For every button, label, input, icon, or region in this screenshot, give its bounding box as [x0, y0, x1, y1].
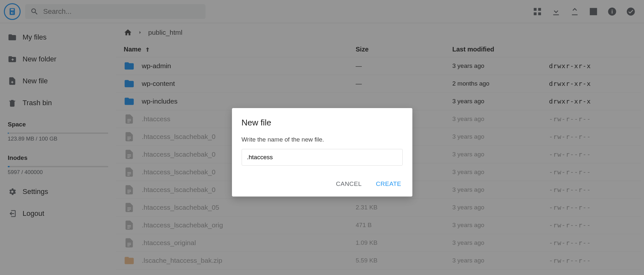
- create-button[interactable]: CREATE: [375, 179, 403, 189]
- modal-overlay[interactable]: New file Write the name of the new file.…: [0, 0, 644, 275]
- cancel-button[interactable]: CANCEL: [335, 179, 363, 189]
- dialog-prompt: Write the name of the new file.: [242, 136, 403, 143]
- filename-input[interactable]: [242, 149, 403, 166]
- dialog-title: New file: [242, 118, 403, 128]
- new-file-dialog: New file Write the name of the new file.…: [232, 108, 412, 197]
